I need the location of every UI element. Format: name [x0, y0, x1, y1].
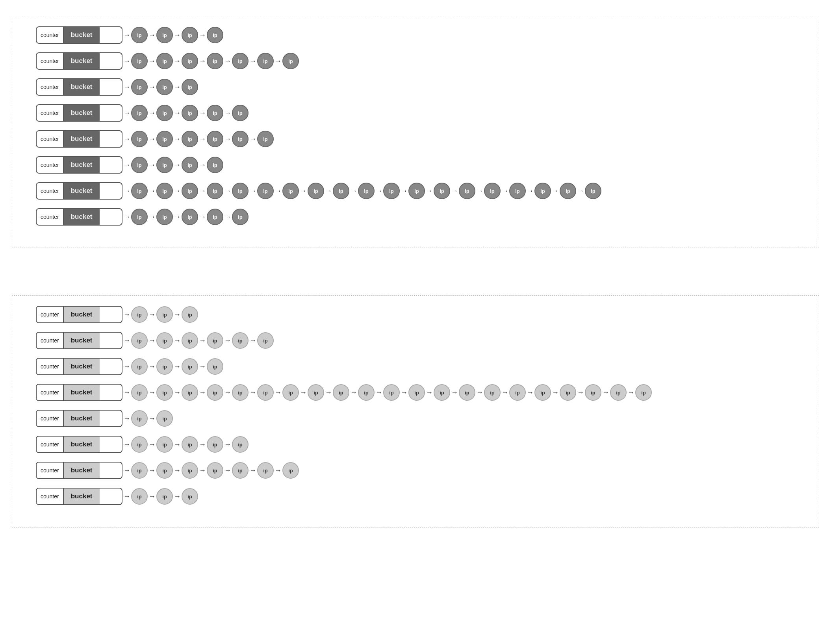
ip-circle: ip — [156, 436, 173, 453]
ip-circle: ip — [131, 105, 148, 121]
ip-node: ip — [232, 209, 249, 225]
arrow-icon: → — [602, 389, 609, 397]
ip-circle: ip — [182, 436, 198, 453]
ip-node: ip — [131, 183, 148, 199]
counter-bucket-box: counterbucket — [36, 104, 122, 122]
ip-node: ip — [459, 384, 475, 401]
ip-circle: ip — [207, 183, 223, 199]
ip-node: ip — [232, 332, 249, 349]
arrow-icon: → — [199, 31, 206, 39]
arrow-icon: → — [148, 161, 156, 169]
counter-bucket-box: counterbucket — [36, 436, 122, 453]
ip-circle: ip — [434, 183, 450, 199]
ip-node: ip — [131, 53, 148, 69]
ip-node: ip — [459, 183, 475, 199]
ip-node: ip — [560, 183, 576, 199]
ip-node: ip — [207, 332, 223, 349]
chain-row-top-2: counterbucket→ip→ip→ip — [36, 76, 795, 98]
arrow-icon: → — [174, 466, 181, 475]
counter-bucket-box: counterbucket — [36, 306, 122, 323]
ip-node: ip — [207, 53, 223, 69]
ip-circle: ip — [131, 384, 148, 401]
arrow-icon: → — [199, 363, 206, 371]
ip-circle: ip — [333, 384, 349, 401]
counter-bucket-box: counterbucket — [36, 156, 122, 174]
arrow-icon: → — [123, 83, 130, 91]
chain-row-top-0: counterbucket→ip→ip→ip→ip — [36, 24, 795, 46]
ip-circle: ip — [282, 53, 299, 69]
chain-row-top-1: counterbucket→ip→ip→ip→ip→ip→ip→ip — [36, 50, 795, 72]
arrow-icon: → — [123, 440, 130, 449]
ip-circle: ip — [635, 384, 652, 401]
ip-circle: ip — [131, 462, 148, 479]
ip-circle: ip — [232, 183, 249, 199]
arrow-icon: → — [325, 389, 332, 397]
counter-label: counter — [37, 385, 64, 400]
arrow-icon: → — [148, 363, 156, 371]
bucket-label: bucket — [64, 385, 100, 400]
ip-circle: ip — [509, 183, 526, 199]
ip-circle: ip — [257, 53, 274, 69]
counter-label: counter — [37, 27, 64, 43]
arrow-icon: → — [426, 187, 433, 195]
ip-node: ip — [182, 209, 198, 225]
ip-circle: ip — [131, 306, 148, 323]
counter-bucket-box: counterbucket — [36, 462, 122, 479]
arrow-icon: → — [527, 187, 534, 195]
ip-node: ip — [156, 410, 173, 427]
counter-bucket-box: counterbucket — [36, 358, 122, 375]
chain-row-bottom-7: counterbucket→ip→ip→ip — [36, 485, 795, 507]
bucket-label: bucket — [64, 157, 100, 173]
arrow-icon: → — [148, 492, 156, 501]
arrow-icon: → — [375, 187, 382, 195]
arrow-icon: → — [375, 389, 382, 397]
ip-node: ip — [207, 157, 223, 173]
counter-label: counter — [37, 79, 64, 95]
ip-node: ip — [156, 436, 173, 453]
arrow-icon: → — [501, 187, 508, 195]
arrow-icon: → — [123, 213, 130, 221]
arrow-icon: → — [148, 213, 156, 221]
arrow-icon: → — [174, 337, 181, 345]
ip-circle: ip — [333, 183, 349, 199]
bottom-section: counterbucket→ip→ip→ipcounterbucket→ip→i… — [12, 295, 819, 527]
ip-circle: ip — [383, 384, 400, 401]
ip-node: ip — [232, 131, 249, 147]
bucket-label: bucket — [64, 27, 100, 43]
ip-circle: ip — [156, 183, 173, 199]
arrow-icon: → — [123, 466, 130, 475]
ip-circle: ip — [131, 183, 148, 199]
ip-node: ip — [182, 384, 198, 401]
ip-circle: ip — [131, 410, 148, 427]
ip-node: ip — [484, 183, 501, 199]
ip-circle: ip — [156, 27, 173, 43]
arrow-icon: → — [174, 213, 181, 221]
arrow-icon: → — [123, 135, 130, 143]
ip-circle: ip — [257, 183, 274, 199]
arrow-icon: → — [451, 187, 458, 195]
arrow-icon: → — [174, 363, 181, 371]
arrow-icon: → — [148, 109, 156, 117]
ip-circle: ip — [156, 79, 173, 95]
arrow-icon: → — [224, 187, 231, 195]
arrow-icon: → — [627, 389, 634, 397]
arrow-icon: → — [148, 337, 156, 345]
ip-circle: ip — [484, 183, 501, 199]
ip-circle: ip — [358, 183, 375, 199]
ip-circle: ip — [408, 384, 425, 401]
arrow-icon: → — [123, 389, 130, 397]
arrow-icon: → — [552, 389, 559, 397]
ip-circle: ip — [131, 79, 148, 95]
page: counterbucket→ip→ip→ip→ipcounterbucket→i… — [0, 0, 831, 644]
ip-node: ip — [182, 79, 198, 95]
arrow-icon: → — [224, 135, 231, 143]
arrow-icon: → — [199, 213, 206, 221]
counter-bucket-box: counterbucket — [36, 78, 122, 96]
ip-node: ip — [509, 384, 526, 401]
ip-node: ip — [282, 183, 299, 199]
arrow-icon: → — [476, 389, 483, 397]
ip-circle: ip — [156, 462, 173, 479]
arrow-icon: → — [123, 337, 130, 345]
counter-label: counter — [37, 333, 64, 348]
ip-circle: ip — [182, 53, 198, 69]
